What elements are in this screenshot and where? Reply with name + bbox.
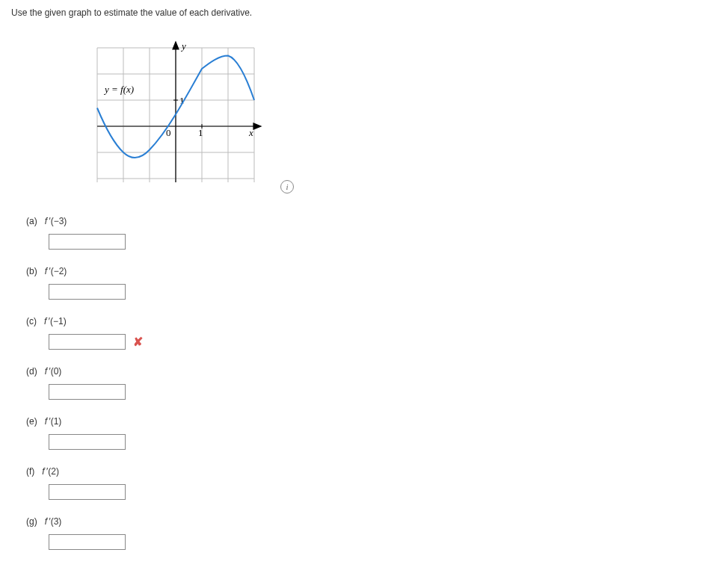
question-expression: f ′(2) [42,466,59,477]
question-expression: f ′(−3) [45,216,67,226]
question-letter: (e) [26,416,37,427]
question-letter: (d) [26,366,37,377]
question-expression: f ′(3) [45,516,62,527]
answer-input-c[interactable] [49,334,126,350]
question-letter: (b) [26,266,37,276]
x-axis-label: x [248,127,253,138]
question-item: (b) f ′(−2) ✘ [26,266,712,300]
svg-marker-16 [253,123,261,129]
question-expression: f ′(−2) [45,266,67,276]
question-expression: f ′(0) [45,366,62,377]
question-item: (e) f ′(1) ✘ [26,416,712,450]
question-item: (c) f ′(−1) ✘ [26,316,712,350]
question-letter: (c) [26,316,37,327]
answer-input-a[interactable] [49,234,126,250]
incorrect-icon: ✘ [133,335,143,349]
answer-input-g[interactable] [49,534,126,550]
question-item: (a) f ′(−3) ✘ [26,216,712,250]
answer-input-f[interactable] [49,484,126,500]
curve-label: y = f(x) [103,84,134,95]
answer-input-e[interactable] [49,434,126,450]
answer-input-d[interactable] [49,384,126,400]
question-expression: f ′(1) [45,416,62,427]
question-expression: f ′(−1) [44,316,67,327]
question-item: (d) f ′(0) ✘ [26,366,712,400]
question-letter: (g) [26,516,37,527]
graph-svg: y x 0 1 1 y = f(x) [86,33,265,197]
info-icon[interactable]: i [280,180,294,194]
y-axis-label: y [180,40,186,52]
question-item: (g) f ′(3) ✘ [26,516,712,550]
questions-list: (a) f ′(−3) ✘ (b) f ′(−2) ✘ (c) f ′(−1) … [11,216,712,550]
question-item: (f) f ′(2) ✘ [26,466,712,500]
x-tick-1: 1 [198,127,203,138]
question-letter: (a) [26,216,37,226]
graph-area: y x 0 1 1 y = f(x) i [86,33,712,197]
answer-input-b[interactable] [49,284,126,300]
svg-marker-14 [173,42,179,49]
question-prompt: Use the given graph to estimate the valu… [11,7,712,18]
question-letter: (f) [26,466,34,477]
